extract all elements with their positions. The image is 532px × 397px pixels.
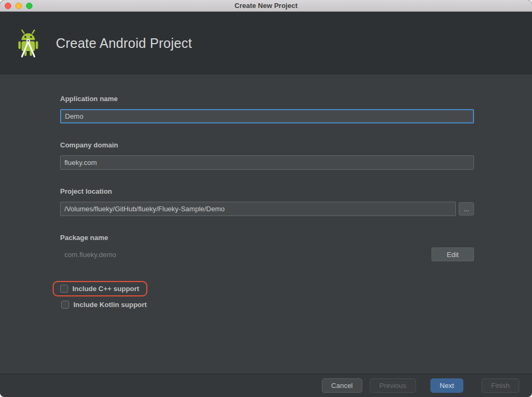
wizard-header: Create Android Project xyxy=(0,12,532,75)
zoom-window-button[interactable] xyxy=(26,3,32,9)
package-name-field: Package name com.flueky.demo Edit xyxy=(60,234,474,262)
window-title: Create New Project xyxy=(0,0,532,11)
package-name-value: com.flueky.demo xyxy=(60,248,474,262)
project-location-label: Project location xyxy=(60,187,474,195)
edit-package-button[interactable]: Edit xyxy=(431,247,474,261)
form-area: Application name Company domain Project … xyxy=(0,75,532,374)
package-name-label: Package name xyxy=(60,234,474,242)
cancel-button[interactable]: Cancel xyxy=(322,378,362,393)
finish-button: Finish xyxy=(481,378,519,393)
previous-button: Previous xyxy=(370,378,416,393)
company-domain-label: Company domain xyxy=(60,141,474,149)
browse-folder-button[interactable]: ... xyxy=(459,202,474,216)
company-domain-field: Company domain xyxy=(60,141,474,170)
company-domain-input[interactable] xyxy=(60,155,474,170)
close-window-button[interactable] xyxy=(5,3,11,9)
next-button[interactable]: Next xyxy=(430,378,464,393)
project-location-input[interactable] xyxy=(60,202,456,216)
include-kotlin-support-label: Include Kotlin support xyxy=(73,301,147,309)
application-name-input[interactable] xyxy=(60,109,474,123)
cpp-support-highlight-ring: Include C++ support xyxy=(53,281,147,296)
page-title: Create Android Project xyxy=(56,36,192,51)
include-cpp-support-checkbox-row[interactable]: Include C++ support xyxy=(60,285,139,293)
support-options: Include C++ support Include Kotlin suppo… xyxy=(60,281,532,309)
include-cpp-support-checkbox[interactable] xyxy=(60,285,68,293)
create-new-project-window: Create New Project Create Android Pr xyxy=(0,0,532,397)
include-kotlin-support-checkbox-row[interactable]: Include Kotlin support xyxy=(61,301,532,309)
wizard-footer: Cancel Previous Next Finish xyxy=(0,374,532,397)
project-location-field: Project location ... xyxy=(60,187,474,216)
application-name-field: Application name xyxy=(60,95,474,123)
window-controls xyxy=(0,3,32,9)
minimize-window-button[interactable] xyxy=(15,3,22,9)
macos-titlebar: Create New Project xyxy=(0,0,532,12)
android-studio-logo-icon xyxy=(12,27,45,60)
include-kotlin-support-checkbox[interactable] xyxy=(61,301,69,309)
application-name-label: Application name xyxy=(60,95,474,103)
include-cpp-support-label: Include C++ support xyxy=(72,285,139,293)
